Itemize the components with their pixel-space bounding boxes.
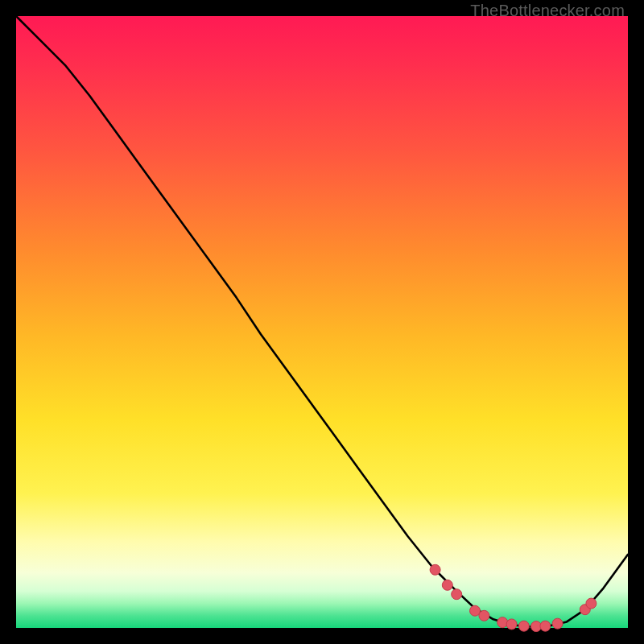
chart-frame: TheBottlenecker.com [0,0,644,644]
watermark-text: TheBottlenecker.com [470,2,625,20]
data-marker [479,610,489,621]
data-marker [506,619,517,630]
data-markers [430,564,597,631]
data-marker [452,589,462,600]
data-marker [497,617,508,628]
data-marker [552,618,563,629]
data-marker [470,605,481,616]
bottleneck-curve [16,16,628,626]
data-marker [442,580,452,590]
data-marker [430,564,440,575]
curve-layer [16,16,628,628]
plot-area [16,16,628,628]
data-marker [518,621,529,631]
data-marker [540,621,551,631]
data-marker [586,598,597,609]
